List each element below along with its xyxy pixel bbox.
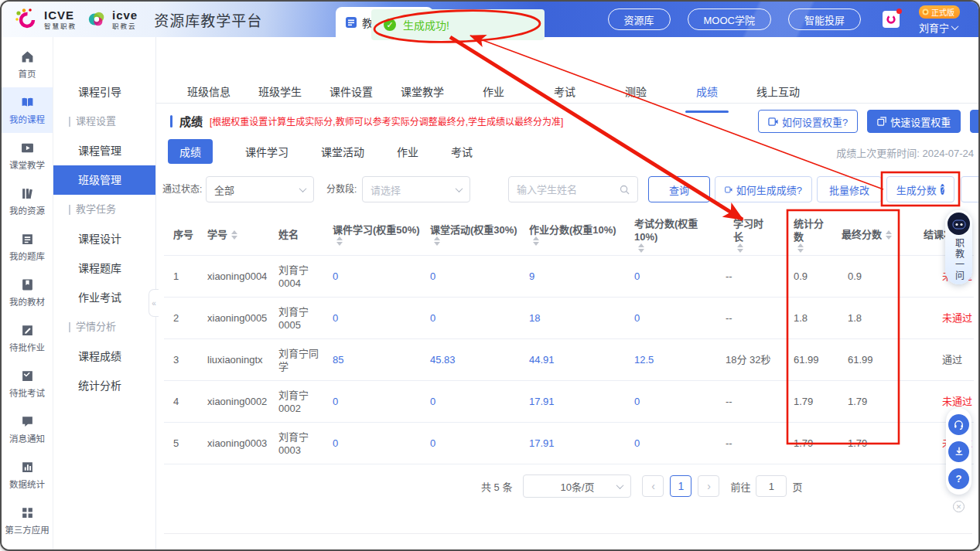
cell-activity-score[interactable]: 0 xyxy=(430,437,435,450)
tab-grades[interactable]: 成绩 xyxy=(671,83,743,104)
tab-class-students[interactable]: 班级学生 xyxy=(244,83,316,104)
subtab-courseware-learning[interactable]: 课件学习 xyxy=(245,144,289,159)
toolbar-close-icon[interactable]: ✕ xyxy=(953,501,965,512)
sidebar-item-my-textbooks[interactable]: 我的教材 xyxy=(2,270,53,315)
how-generate-grades-button[interactable]: 如何生成成绩? xyxy=(715,176,812,202)
page-number-button[interactable]: 1 xyxy=(670,475,691,497)
batch-edit-button[interactable]: 批量修改 xyxy=(817,176,882,202)
tab-class-info[interactable]: 班级信息 xyxy=(173,83,244,104)
menu-course-question-bank[interactable]: 课程题库 xyxy=(53,253,155,283)
cell-courseware-score[interactable]: 0 xyxy=(333,395,338,408)
menu-course-grades[interactable]: 课程成绩 xyxy=(53,342,155,371)
subtab-class-activity[interactable]: 课堂活动 xyxy=(321,144,364,159)
menu-course-guide[interactable]: 课程引导 xyxy=(53,77,155,107)
nav-mooc-college[interactable]: MOOC学院 xyxy=(688,9,771,30)
sidebar-item-my-resources[interactable]: 我的资源 xyxy=(2,179,53,224)
col-duration[interactable]: 学习时长 xyxy=(716,217,784,253)
tab-homework[interactable]: 作业 xyxy=(458,83,529,104)
tab-exam[interactable]: 考试 xyxy=(529,83,600,104)
subtab-homework[interactable]: 作业 xyxy=(397,144,418,159)
col-homework[interactable]: 作业分数(权重10%) xyxy=(520,223,625,246)
how-set-weight-button[interactable]: 如何设置权重? xyxy=(758,110,858,133)
menu-class-management[interactable]: 班级管理 xyxy=(53,165,155,195)
cell-exam-score[interactable]: 0 xyxy=(634,311,640,325)
tab-courseware-settings[interactable]: 课件设置 xyxy=(316,83,387,104)
cell-activity-score[interactable]: 0 xyxy=(430,270,435,283)
query-button[interactable]: 查询 xyxy=(648,176,710,202)
score-range-select[interactable]: 请选择 xyxy=(362,176,470,202)
cell-exam-score[interactable]: 12.5 xyxy=(634,353,654,366)
customer-service-button[interactable] xyxy=(948,414,969,435)
assistant-widget[interactable]: 职教一问 xyxy=(945,210,972,284)
col-student-id[interactable]: 学号 xyxy=(198,228,269,241)
sort-icon[interactable] xyxy=(231,230,237,240)
sort-icon[interactable] xyxy=(737,243,743,253)
page-size-select[interactable]: 10条/页 xyxy=(523,474,631,498)
sort-icon[interactable] xyxy=(797,243,804,253)
generate-help-badge-icon[interactable]: ? xyxy=(941,184,945,195)
col-stat-score[interactable]: 统计分数 xyxy=(784,217,838,253)
download-button[interactable] xyxy=(948,441,969,462)
help-button[interactable]: ? xyxy=(948,468,969,489)
nav-smart-casting[interactable]: 智能投屏 xyxy=(788,9,861,30)
cell-homework-score[interactable]: 44.91 xyxy=(529,353,555,366)
col-final-score[interactable]: 最终分数 xyxy=(838,228,896,241)
cell-homework-score[interactable]: 18 xyxy=(529,311,540,325)
search-icon[interactable] xyxy=(620,185,630,195)
subtab-grades[interactable]: 成绩 xyxy=(168,139,213,164)
cell-activity-score[interactable]: 0 xyxy=(430,395,435,408)
app-shortcut-icon[interactable] xyxy=(883,11,900,28)
user-box[interactable]: 正式版 刘育宁 xyxy=(919,5,960,35)
sort-icon[interactable] xyxy=(886,230,892,240)
sidebar-item-my-question-bank[interactable]: 我的题库 xyxy=(2,224,53,270)
menu-course-design[interactable]: 课程设计 xyxy=(53,224,155,253)
cell-activity-score[interactable]: 45.83 xyxy=(430,353,456,366)
tab-online-interaction[interactable]: 线上互动 xyxy=(743,83,814,104)
sidebar-item-classroom-teaching[interactable]: 课堂教学 xyxy=(2,133,53,179)
cell-homework-score[interactable]: 17.91 xyxy=(529,395,555,408)
cell-activity-score[interactable]: 0 xyxy=(430,311,435,325)
sort-icon[interactable] xyxy=(434,236,440,246)
logo1-subtitle: 智慧职教 xyxy=(44,23,77,30)
cell-courseware-score[interactable]: 0 xyxy=(333,270,338,283)
generate-scores-button[interactable]: 生成分数 ? xyxy=(886,176,954,202)
col-exam[interactable]: 考试分数(权重10%) xyxy=(625,217,716,253)
sidebar-item-my-courses[interactable]: 我的课程 xyxy=(2,87,53,133)
tab-classroom-teaching[interactable]: 课堂教学 xyxy=(387,83,458,104)
cell-courseware-score[interactable]: 0 xyxy=(333,311,338,325)
menu-homework-exam[interactable]: 作业考试 xyxy=(53,283,155,312)
sidebar-item-pending-exams[interactable]: 待批考试 xyxy=(2,361,53,406)
subtab-exam[interactable]: 考试 xyxy=(451,144,473,159)
col-activity[interactable]: 课堂活动(权重30%) xyxy=(421,223,520,246)
set-exam-button[interactable]: 设置考 xyxy=(970,110,978,133)
menu-statistical-analysis[interactable]: 统计分析 xyxy=(53,371,155,400)
user-menu-chevron-icon xyxy=(951,22,959,30)
quick-set-weight-button[interactable]: 快速设置权重 xyxy=(867,110,961,133)
sidebar-item-pending-homework[interactable]: 待批作业 xyxy=(2,315,53,361)
student-name-input[interactable] xyxy=(509,177,610,202)
sidebar-item-third-party-apps[interactable]: 第三方应用 xyxy=(2,498,53,543)
sidebar-item-data-statistics[interactable]: 数据统计 xyxy=(2,452,53,498)
sidebar-item-home[interactable]: 首页 xyxy=(2,42,53,87)
cell-exam-score[interactable]: 0 xyxy=(634,395,640,408)
cell-courseware-score[interactable]: 0 xyxy=(333,437,338,450)
cell-exam-score[interactable]: 0 xyxy=(634,270,640,283)
sidebar-item-messages[interactable]: 消息通知 xyxy=(2,406,53,452)
nav-resource-library[interactable]: 资源库 xyxy=(608,9,671,30)
sort-icon[interactable] xyxy=(533,236,539,246)
cell-homework-score[interactable]: 9 xyxy=(529,270,534,283)
menu-course-management[interactable]: 课程管理 xyxy=(53,136,155,165)
sort-icon[interactable] xyxy=(638,243,644,253)
goto-page-input[interactable] xyxy=(756,475,787,497)
pass-status-select[interactable]: 全部 xyxy=(206,176,314,202)
sort-icon[interactable] xyxy=(336,236,343,246)
cell-exam-score[interactable]: 0 xyxy=(634,437,640,450)
tab-quiz[interactable]: 测验 xyxy=(600,83,671,104)
clipped-edge-button[interactable] xyxy=(961,176,978,202)
next-page-button[interactable]: › xyxy=(698,475,719,497)
cell-courseware-score[interactable]: 85 xyxy=(333,353,343,366)
sidebar-collapse-handle[interactable]: « xyxy=(149,289,159,317)
cell-homework-score[interactable]: 17.91 xyxy=(529,437,555,450)
col-courseware[interactable]: 课件学习(权重50%) xyxy=(323,223,421,246)
prev-page-button[interactable]: ‹ xyxy=(642,475,664,497)
